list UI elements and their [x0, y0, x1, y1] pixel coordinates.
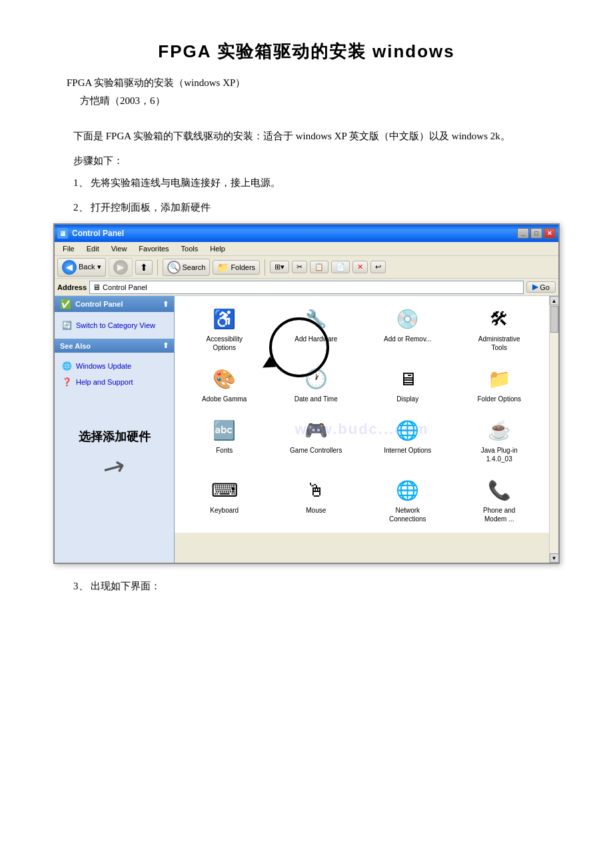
- accessibility-label: Accessibility Options: [198, 335, 251, 352]
- up-icon: ⬆: [140, 262, 148, 273]
- sidebar-content-2: 🌐 Windows Update ❓ Help and Support: [55, 353, 174, 395]
- menu-edit[interactable]: Edit: [81, 243, 105, 254]
- main-area: ✅ Control Panel ⬆ 🔄 Switch to Category V…: [55, 296, 558, 563]
- control-panel-icon: ✅: [60, 299, 71, 309]
- toolbar: ◀ Back ▾ ▶ ⬆ 🔍 Search 📁 Folders ⊞▾ ✂ 📋 �: [55, 256, 558, 279]
- delete-button[interactable]: ✕: [352, 261, 368, 273]
- internet-options-label: Internet Options: [384, 446, 431, 455]
- category-view-icon: 🔄: [61, 320, 72, 331]
- folder-options-icon: 📁: [486, 365, 512, 392]
- fonts-icon: 🔤: [211, 417, 238, 443]
- icon-network-connections[interactable]: 🌐 Network Connections: [363, 473, 452, 527]
- accessibility-icon: ♿: [211, 305, 238, 332]
- intro-paragraph: 下面是 FPGA 实验箱的下载线驱动的安装：适合于 windows XP 英文版…: [53, 127, 560, 145]
- cut-button[interactable]: ✂: [292, 261, 307, 273]
- icon-mouse[interactable]: 🖱 Mouse: [272, 473, 361, 527]
- admin-tools-icon: 🛠: [486, 305, 512, 332]
- java-plugin-icon: ☕: [486, 417, 512, 443]
- icon-accessibility[interactable]: ♿ Accessibility Options: [180, 301, 269, 356]
- title-bar-buttons[interactable]: _ □ ✕: [517, 228, 556, 239]
- sidebar-section-see-also: See Also ⬆ 🌐 Windows Update ❓ Help and S…: [55, 339, 174, 395]
- keyboard-label: Keyboard: [210, 506, 239, 515]
- icon-folder-options[interactable]: 📁 Folder Options: [455, 361, 544, 407]
- control-panel-window: 🖥 Control Panel _ □ ✕ File Edit View Fav…: [53, 223, 560, 564]
- address-label: Address: [57, 283, 87, 291]
- sidebar-section-control-panel: ✅ Control Panel ⬆ 🔄 Switch to Category V…: [55, 296, 174, 339]
- sidebar-item-help-support[interactable]: ❓ Help and Support: [60, 374, 169, 390]
- menu-bar: File Edit View Favorites Tools Help: [55, 242, 558, 256]
- icon-date-time[interactable]: 🕐 Date and Time: [272, 361, 361, 407]
- maximize-button[interactable]: □: [530, 228, 542, 239]
- icon-add-remove[interactable]: 💿 Add or Remov...: [363, 301, 452, 356]
- icons-grid-area: ♿ Accessibility Options 🔧 Add Hardware 💿…: [175, 296, 549, 533]
- icon-java-plugin[interactable]: ☕ Java Plug-in 1.4.0_03: [455, 413, 544, 467]
- sidebar-item-category-view[interactable]: 🔄 Switch to Category View: [60, 317, 169, 333]
- menu-view[interactable]: View: [106, 243, 133, 254]
- icon-internet-options[interactable]: 🌐 Internet Options: [363, 413, 452, 467]
- forward-button[interactable]: ▶: [109, 258, 133, 277]
- icon-fonts[interactable]: 🔤 Fonts: [180, 413, 269, 467]
- scroll-thumb[interactable]: [550, 306, 558, 333]
- game-controllers-label: Game Controllers: [290, 446, 342, 455]
- internet-options-icon: 🌐: [394, 417, 421, 443]
- undo-button[interactable]: ↩: [370, 261, 386, 273]
- document-subtitle: FPGA 实验箱驱动的安装（windows XP）: [67, 77, 560, 89]
- display-icon: 🖥: [394, 365, 421, 392]
- go-button[interactable]: ▶ Go: [526, 281, 556, 293]
- menu-tools[interactable]: Tools: [176, 243, 204, 254]
- step-1: 1、 先将实验箱连线与电脑连接好，接上电源。: [73, 174, 560, 192]
- collapse-icon[interactable]: ⬆: [163, 300, 169, 309]
- scrollbar[interactable]: ▲ ▼: [549, 296, 558, 563]
- menu-help[interactable]: Help: [205, 243, 231, 254]
- date-time-label: Date and Time: [295, 395, 338, 403]
- paste-button[interactable]: 📄: [331, 261, 350, 273]
- scroll-up-button[interactable]: ▲: [550, 296, 559, 305]
- address-input[interactable]: 🖥 Control Panel: [89, 281, 524, 294]
- sidebar-title: Control Panel: [75, 300, 123, 308]
- help-support-icon: ❓: [61, 377, 72, 387]
- network-connections-icon: 🌐: [394, 477, 421, 503]
- network-connections-label: Network Connections: [381, 506, 434, 523]
- menu-favorites[interactable]: Favorites: [133, 243, 174, 254]
- icon-adobe-gamma[interactable]: 🎨 Adobe Gamma: [180, 361, 269, 407]
- view-options-button[interactable]: ⊞▾: [270, 261, 289, 273]
- icon-display[interactable]: 🖥 Display: [363, 361, 452, 407]
- step-2: 2、 打开控制面板，添加新硬件: [73, 199, 560, 217]
- document-author: 方恺晴（2003，6）: [80, 95, 560, 107]
- window-icon: 🖥: [57, 228, 68, 239]
- java-plugin-label: Java Plug-in 1.4.0_03: [472, 446, 526, 463]
- help-support-label: Help and Support: [76, 378, 133, 386]
- icon-game-controllers[interactable]: 🎮 Game Controllers: [272, 413, 361, 467]
- search-label: Search: [183, 263, 206, 271]
- icons-area-wrapper: www.budc...com ◀ ♿ Accessibility Options: [175, 296, 549, 563]
- add-hardware-icon: 🔧: [303, 305, 329, 332]
- mouse-label: Mouse: [306, 506, 326, 515]
- see-also-collapse-icon[interactable]: ⬆: [163, 341, 169, 350]
- add-hardware-label: Add Hardware: [295, 335, 337, 343]
- minimize-button[interactable]: _: [517, 228, 529, 239]
- icons-grid: ♿ Accessibility Options 🔧 Add Hardware 💿…: [180, 301, 544, 527]
- icon-phone-modem[interactable]: 📞 Phone and Modem ...: [455, 473, 544, 527]
- search-button[interactable]: 🔍 Search: [163, 259, 211, 276]
- document-title: FPGA 实验箱驱动的安装 windows: [53, 40, 560, 63]
- close-button[interactable]: ✕: [544, 228, 556, 239]
- back-button[interactable]: ◀ Back ▾: [57, 258, 106, 277]
- up-button[interactable]: ⬆: [135, 260, 153, 275]
- folders-button[interactable]: 📁 Folders: [213, 260, 260, 275]
- sidebar-header-left: ✅ Control Panel: [60, 299, 123, 309]
- add-remove-label: Add or Remov...: [384, 335, 432, 343]
- annotation-container: 选择添加硬件 ↗: [55, 422, 174, 489]
- sidebar-item-windows-update[interactable]: 🌐 Windows Update: [60, 358, 169, 374]
- display-label: Display: [396, 395, 418, 403]
- icon-keyboard[interactable]: ⌨ Keyboard: [180, 473, 269, 527]
- copy-button[interactable]: 📋: [310, 261, 328, 273]
- icon-add-hardware[interactable]: 🔧 Add Hardware: [272, 301, 361, 356]
- scroll-down-button[interactable]: ▼: [550, 553, 559, 563]
- keyboard-icon: ⌨: [211, 477, 238, 503]
- steps-label: 步骤如下：: [73, 155, 560, 167]
- menu-file[interactable]: File: [57, 243, 80, 254]
- step-3: 3、 出现如下界面：: [73, 577, 560, 595]
- go-label: Go: [540, 283, 550, 291]
- icon-admin-tools[interactable]: 🛠 Administrative Tools: [455, 301, 544, 356]
- sidebar-header-control-panel: ✅ Control Panel ⬆: [55, 296, 174, 312]
